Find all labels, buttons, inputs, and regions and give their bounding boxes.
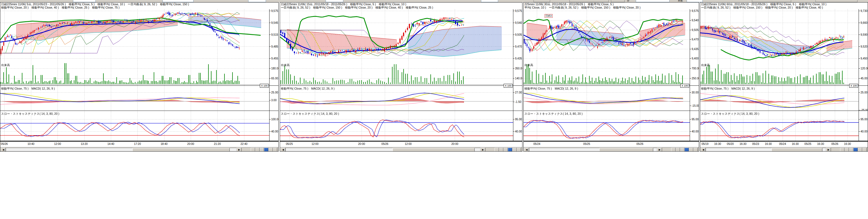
price-tick-label: 9,590 xyxy=(861,33,867,36)
axis-tick xyxy=(859,119,860,120)
price-chart-canvas[interactable] xyxy=(700,9,859,86)
scroll-right-button[interactable]: ▶ xyxy=(237,148,242,152)
toolbar-combo[interactable] xyxy=(326,0,343,2)
macd-plot-area: 移動平均( Close, 75 ) MACD( 12, 26, 9 ) xyxy=(0,86,269,111)
price-tick-label: 9,540 xyxy=(692,19,699,22)
axis-tick xyxy=(270,100,271,100)
time-axis: 05/2405/2505/26 xyxy=(524,141,699,147)
window-mini-button[interactable] xyxy=(264,148,269,152)
stoch-axis: 100.0040.00 xyxy=(269,111,278,141)
scroll-right-button[interactable]: ▶ xyxy=(826,148,831,152)
window-mini-button[interactable] xyxy=(854,148,858,152)
macd-axis: 25.00-25.00 xyxy=(859,86,868,111)
price-tick-label: 9,575 xyxy=(271,9,278,12)
macd-tick-label: 30.00 xyxy=(692,91,699,94)
window-mini-button[interactable] xyxy=(251,148,255,152)
scroll-right-button[interactable]: ▶ xyxy=(657,148,662,152)
window-mini-button[interactable] xyxy=(671,148,676,152)
axis-tick xyxy=(513,11,515,11)
window-mini-button[interactable] xyxy=(684,148,689,152)
window-mini-button[interactable] xyxy=(862,148,867,152)
bottom-scrollbar: ◀▶ xyxy=(0,147,278,152)
scroll-left-button[interactable]: ◀ xyxy=(1,148,6,152)
window-mini-button[interactable] xyxy=(269,148,273,152)
toolbar-input[interactable] xyxy=(636,0,670,2)
window-mini-button[interactable] xyxy=(693,148,698,152)
scrollbar-thumb[interactable] xyxy=(599,148,653,152)
time-tick-label: 21:20 xyxy=(214,143,221,146)
window-mini-button[interactable] xyxy=(849,148,854,152)
toolbar-button[interactable] xyxy=(569,0,609,2)
price-tick-label: 9,575 xyxy=(515,9,522,12)
window-mini-button[interactable] xyxy=(255,148,259,152)
window-mini-button[interactable] xyxy=(499,148,503,152)
scroll-left-button[interactable]: ◀ xyxy=(281,148,285,152)
window-mini-button[interactable] xyxy=(517,148,521,152)
window-mini-button[interactable] xyxy=(680,148,684,152)
chart-title-line2: 移動平均( Close, 20 ) 移動平均( Close, 40 ) 移動平均… xyxy=(1,6,278,9)
toolbar-button[interactable] xyxy=(611,0,625,2)
price-tick-label: 9,575 xyxy=(692,9,699,12)
time-tick-label: 05/26 xyxy=(832,143,838,146)
multiplier-badge: X 100 xyxy=(260,84,269,88)
scroll-left-button[interactable]: ◀ xyxy=(524,148,529,152)
price-chart-canvas[interactable] xyxy=(524,9,690,86)
toolbar-combo[interactable] xyxy=(481,0,498,2)
price-tick-label: 9,505 xyxy=(692,29,699,32)
window-mini-button[interactable] xyxy=(503,148,508,152)
axis-tick xyxy=(859,58,860,59)
time-tick-label: 05/26 xyxy=(381,143,389,146)
price-tick-label: 9,520 xyxy=(861,45,867,48)
price-tick-label: 9,660 xyxy=(861,21,867,24)
stoch-tick-label: 40.00 xyxy=(271,130,278,133)
multiplier-badge: X 100 xyxy=(504,84,513,88)
window-mini-button[interactable] xyxy=(676,148,680,152)
toolbar-combo[interactable] xyxy=(73,0,96,2)
axis-tick xyxy=(859,131,860,132)
price-chart-canvas[interactable] xyxy=(280,9,513,86)
scroll-right-button[interactable]: ▶ xyxy=(480,148,486,152)
chart-header: 225mini 11/06( 30分, 2011/05/18 - 2011/05… xyxy=(524,2,699,9)
floating-mini-legend: 日経2 xyxy=(545,14,553,18)
window-mini-button[interactable] xyxy=(495,148,499,152)
toolbar-combo[interactable] xyxy=(248,0,266,2)
chart-title-line2: 平均( Close, 10 ) 一目均衡表( 9, 26, 52 ) 移動平均(… xyxy=(524,6,699,9)
price-plot-area: 出来高X 100 xyxy=(280,9,513,86)
scrollbar-thumb[interactable] xyxy=(132,148,230,152)
axis-tick xyxy=(690,49,691,49)
price-tick-label: 9,435 xyxy=(515,57,522,60)
axis-tick xyxy=(859,78,860,79)
window-mini-button[interactable] xyxy=(689,148,693,152)
time-axis: 05/1916:3005/2016:3005/2316:3005/2416:30… xyxy=(700,141,868,147)
toolbar-button[interactable] xyxy=(752,0,791,2)
scrollbar-thumb[interactable] xyxy=(772,148,823,152)
window-mini-button[interactable] xyxy=(259,148,264,152)
window-mini-button[interactable] xyxy=(508,148,512,152)
window-mini-button[interactable] xyxy=(844,148,849,152)
axis-tick xyxy=(859,11,860,11)
toolbar-button[interactable] xyxy=(815,0,858,2)
volume-tick-label: 350.00 xyxy=(515,67,523,70)
toolbar-button[interactable] xyxy=(533,0,550,2)
axis-tick xyxy=(513,102,515,102)
stochastics-section: スロー・ストキャスティクス( 14, 3, 80, 20 )95.0040.00 xyxy=(524,111,699,141)
volume-label: 出来高 xyxy=(281,63,290,67)
price-chart-canvas[interactable] xyxy=(0,9,269,86)
time-tick-label: 05/26 xyxy=(637,143,643,146)
time-tick-label: 20:00 xyxy=(187,143,194,146)
window-mini-button[interactable] xyxy=(858,148,862,152)
stoch-tick-label: 95.00 xyxy=(515,118,522,121)
price-tick-label: 9,400 xyxy=(692,57,699,60)
toolbar-combo[interactable] xyxy=(162,0,193,2)
window-mini-button[interactable] xyxy=(840,148,844,152)
price-plot-area: 出来高X 100 xyxy=(700,9,859,86)
window-mini-button[interactable] xyxy=(512,148,517,152)
toolbar-input[interactable] xyxy=(687,0,703,2)
axis-tick xyxy=(513,23,515,23)
window-mini-button[interactable] xyxy=(273,148,277,152)
stoch-tick-label: 95.00 xyxy=(692,118,699,121)
scroll-left-button[interactable]: ◀ xyxy=(701,148,706,152)
macd-plot-area: 移動平均( Close, 75 ) MACD( 12, 26, 9 ) xyxy=(700,86,859,111)
chart-window-60min: 日経225mini 11/06( 60分, 2011/05/18 - 2011/… xyxy=(700,2,868,152)
scrollbar-thumb[interactable] xyxy=(393,148,475,152)
